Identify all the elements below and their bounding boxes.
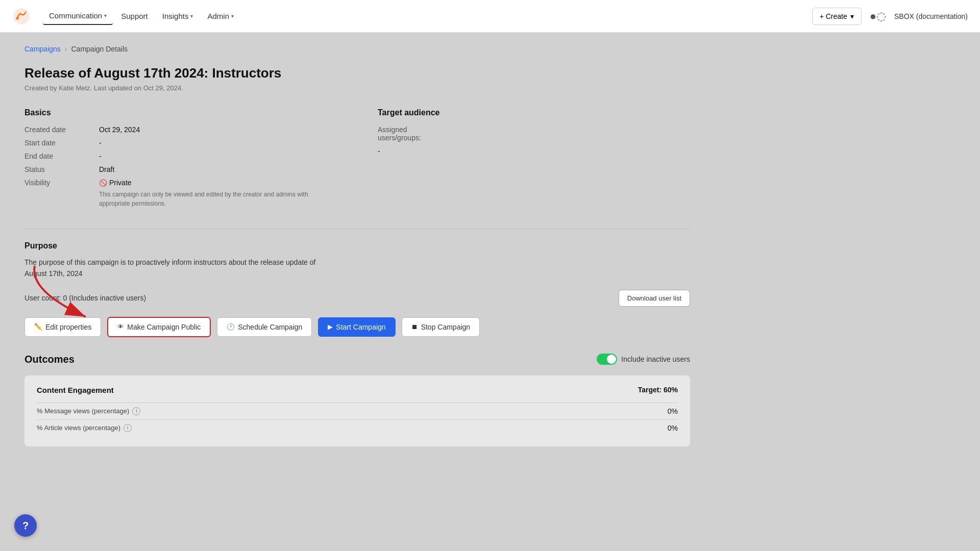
outcomes-header: Outcomes Include inactive users [24, 354, 690, 365]
include-inactive-toggle-row: Include inactive users [597, 354, 690, 365]
edit-properties-label: Edit properties [45, 323, 91, 331]
eye-slash-icon: 🚫 [99, 179, 107, 187]
nav-admin[interactable]: Admin ▾ [201, 8, 240, 24]
eye-icon: 👁 [117, 323, 124, 331]
visibility-note: This campaign can only be viewed and edi… [99, 190, 337, 208]
created-date-label: Created date [24, 126, 91, 134]
chevron-down-icon: ▾ [850, 12, 854, 20]
assigned-value-row: - [378, 147, 690, 155]
app-logo[interactable] [12, 7, 31, 26]
target-audience-column: Target audience Assigned users/groups: - [378, 108, 690, 216]
org-label: SBOX (documentation) [894, 12, 968, 20]
assigned-row: Assigned users/groups: [378, 126, 690, 142]
chevron-down-icon: ▾ [231, 13, 234, 19]
article-views-label: % Article views (percentage) [37, 424, 120, 432]
include-inactive-label: Include inactive users [621, 355, 690, 363]
include-inactive-toggle[interactable] [597, 354, 617, 365]
action-buttons: ✏️ Edit properties 👁 Make Campaign Publi… [24, 317, 690, 337]
assigned-value: - [378, 147, 380, 155]
svg-point-0 [13, 8, 30, 24]
message-views-metric: % Message views (percentage) i [37, 407, 140, 415]
nav-admin-label: Admin [207, 12, 229, 20]
stop-campaign-label: Stop Campaign [421, 323, 471, 331]
engagement-metric-row-1: % Article views (percentage) i 0% [37, 419, 678, 436]
nav-support[interactable]: Support [115, 8, 154, 24]
nav-insights[interactable]: Insights ▾ [156, 8, 200, 24]
end-date-row: End date - [24, 152, 337, 160]
nav-items: Communication ▾ Support Insights ▾ Admin… [43, 7, 812, 25]
message-views-value: 0% [668, 407, 678, 415]
created-date-value: Oct 29, 2024 [99, 126, 140, 134]
end-date-value: - [99, 152, 102, 160]
schedule-campaign-label: Schedule Campaign [238, 323, 302, 331]
visibility-label: Visibility [24, 179, 91, 187]
download-user-list-button[interactable]: Download user list [619, 290, 690, 307]
status-value: Draft [99, 165, 114, 173]
purpose-section: Purpose The purpose of this campaign is … [24, 241, 690, 280]
nav-insights-label: Insights [162, 12, 189, 20]
breadcrumb-separator: › [65, 45, 67, 53]
page-title: Release of August 17th 2024: Instructors [24, 65, 690, 81]
nav-support-label: Support [121, 12, 148, 20]
clock-icon: 🕐 [227, 323, 235, 331]
edit-properties-button[interactable]: ✏️ Edit properties [24, 317, 101, 337]
make-campaign-public-button[interactable]: 👁 Make Campaign Public [107, 317, 211, 337]
end-date-label: End date [24, 152, 91, 160]
basics-column: Basics Created date Oct 29, 2024 Start d… [24, 108, 337, 216]
outcomes-title: Outcomes [24, 354, 75, 365]
svg-point-1 [16, 17, 19, 19]
nav-communication-label: Communication [49, 11, 102, 20]
schedule-campaign-button[interactable]: 🕐 Schedule Campaign [217, 317, 312, 337]
message-views-label: % Message views (percentage) [37, 407, 129, 415]
start-date-value: - [99, 139, 102, 147]
content-engagement-card: Content Engagement Target: 60% % Message… [24, 375, 690, 446]
engagement-target: Target: 60% [638, 386, 678, 394]
start-date-label: Start date [24, 139, 91, 147]
nav-right: + Create ▾ ●◌ SBOX (documentation) [812, 8, 968, 25]
engagement-header: Content Engagement Target: 60% [37, 386, 678, 394]
purpose-text: The purpose of this campaign is to proac… [24, 257, 331, 280]
page-content: Campaigns › Campaign Details Release of … [0, 33, 715, 551]
divider [24, 229, 690, 229]
visibility-value: 🚫Private [99, 179, 132, 187]
campaign-details-columns: Basics Created date Oct 29, 2024 Start d… [24, 108, 690, 216]
target-audience-title: Target audience [378, 108, 690, 117]
page-subtitle: Created by Katie Metz. Last updated on O… [24, 84, 690, 92]
status-label: Status [24, 165, 91, 173]
status-row: Status Draft [24, 165, 337, 173]
article-views-info-icon[interactable]: i [124, 424, 132, 432]
stop-campaign-button[interactable]: ⏹ Stop Campaign [402, 317, 480, 337]
breadcrumb: Campaigns › Campaign Details [24, 45, 690, 53]
basics-title: Basics [24, 108, 337, 117]
user-count-row: User count: 0 (Includes inactive users) … [24, 290, 690, 307]
user-count-label: User count: 0 (Includes inactive users) [24, 294, 146, 302]
start-campaign-label: Start Campaign [336, 323, 385, 331]
make-campaign-public-label: Make Campaign Public [127, 323, 201, 331]
purpose-title: Purpose [24, 241, 690, 251]
article-views-metric: % Article views (percentage) i [37, 424, 132, 432]
navigation: Communication ▾ Support Insights ▾ Admin… [0, 0, 980, 33]
article-views-value: 0% [668, 424, 678, 432]
help-button[interactable]: ? [14, 514, 37, 537]
visibility-row: Visibility 🚫Private [24, 179, 337, 187]
assigned-label: Assigned users/groups: [378, 126, 444, 142]
message-views-info-icon[interactable]: i [132, 407, 140, 415]
chevron-down-icon: ▾ [104, 13, 107, 18]
breadcrumb-current: Campaign Details [71, 45, 128, 53]
created-date-row: Created date Oct 29, 2024 [24, 126, 337, 134]
start-campaign-button[interactable]: ▶ Start Campaign [318, 317, 395, 337]
create-button-label: + Create [820, 12, 847, 20]
user-account-icon[interactable]: ●◌ [870, 10, 886, 23]
chevron-down-icon: ▾ [190, 13, 193, 19]
engagement-title: Content Engagement [37, 386, 114, 394]
create-button[interactable]: + Create ▾ [812, 8, 862, 25]
start-date-row: Start date - [24, 139, 337, 147]
breadcrumb-campaigns-link[interactable]: Campaigns [24, 45, 61, 53]
stop-icon: ⏹ [411, 323, 418, 331]
engagement-metric-row-0: % Message views (percentage) i 0% [37, 403, 678, 419]
play-icon: ▶ [328, 323, 333, 331]
edit-icon: ✏️ [34, 323, 42, 331]
nav-communication[interactable]: Communication ▾ [43, 7, 113, 25]
